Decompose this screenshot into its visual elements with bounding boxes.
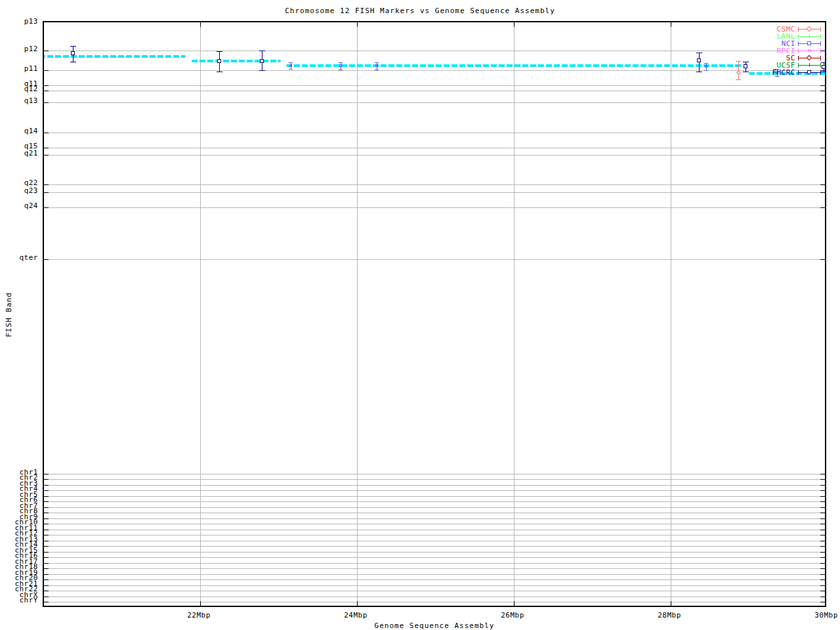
right-tick-q11 — [820, 85, 825, 86]
right-tick-chr19 — [820, 574, 825, 575]
y-tick-label-p12: p12 — [0, 46, 38, 52]
gridline-chr12 — [44, 535, 825, 536]
gridline-q14 — [44, 133, 825, 133]
right-tick-q15 — [820, 148, 825, 148]
top-tick-28Mbp — [671, 22, 671, 27]
gridline-chr17 — [44, 563, 825, 564]
right-tick-chr15 — [820, 552, 825, 553]
left-tick-chr16 — [44, 557, 49, 558]
gridline-p12 — [44, 51, 825, 51]
left-tick-chr9 — [44, 518, 49, 519]
bottom-tick-22Mbp — [200, 601, 201, 606]
legend-lanl-marker-h — [807, 36, 811, 37]
gridline-chr4 — [44, 490, 825, 491]
right-tick-chr12 — [820, 535, 825, 536]
left-tick-chr10 — [44, 524, 49, 524]
point-fhcrc-0-cap-top — [70, 46, 76, 47]
point-fhcrc-5-cap-top — [821, 62, 826, 63]
gridline-chr9 — [44, 518, 825, 519]
fish-band-segment-p12 — [43, 55, 186, 58]
x-tick-label-24Mbp: 24Mbp — [329, 611, 382, 620]
gridline-chrX — [44, 597, 825, 597]
bottom-tick-28Mbp — [671, 601, 671, 606]
left-tick-q15 — [44, 148, 49, 148]
left-tick-chr6 — [44, 501, 49, 502]
right-tick-chr11 — [820, 530, 825, 530]
left-tick-qter — [44, 259, 49, 260]
left-tick-chr22 — [44, 591, 49, 591]
right-tick-chrX — [820, 597, 825, 597]
point-fhcrc-1-cap-bot — [217, 72, 222, 72]
point-fhcrc-3-marker — [697, 58, 701, 62]
point-fhcrc-2-marker — [260, 59, 264, 63]
right-tick-q21 — [820, 155, 825, 156]
gridline-chr20 — [44, 579, 825, 580]
gridline-q21 — [44, 155, 825, 156]
point-nci-2-cap-top — [375, 62, 379, 63]
right-tick-chr6 — [820, 501, 825, 502]
y-tick-label-q12: q12 — [0, 86, 38, 93]
right-tick-chr8 — [820, 513, 825, 513]
gridline-chr7 — [44, 507, 825, 508]
point-fhcrc-5-cap-bot — [821, 72, 826, 72]
gridline-chr6 — [44, 501, 825, 502]
right-tick-q14 — [820, 133, 825, 133]
right-tick-q22 — [820, 184, 825, 185]
left-tick-chr20 — [44, 579, 49, 580]
right-tick-chr20 — [820, 579, 825, 580]
left-tick-chrX — [44, 597, 49, 597]
left-tick-chr14 — [44, 546, 49, 547]
legend-ucsf-cap-r — [820, 63, 821, 68]
y-tick-label-p13: p13 — [0, 18, 38, 25]
gridline-q12 — [44, 91, 825, 91]
top-tick-22Mbp — [200, 22, 201, 27]
top-tick-26Mbp — [514, 22, 514, 27]
point-nci-1-marker — [339, 64, 342, 67]
legend-rpci-cap-r — [820, 49, 821, 53]
y-tick-label-q24: q24 — [0, 203, 38, 209]
right-tick-chr4 — [820, 490, 825, 491]
x-tick-label-28Mbp: 28Mbp — [643, 611, 696, 620]
legend-nci-cap-l — [798, 41, 799, 46]
right-tick-qter — [820, 259, 825, 260]
right-tick-chr9 — [820, 518, 825, 519]
right-tick-q23 — [820, 192, 825, 193]
gridline-q11 — [44, 85, 825, 86]
left-tick-q11 — [44, 85, 49, 86]
gridline-q15 — [44, 148, 825, 148]
y-tick-label-q23: q23 — [0, 188, 38, 194]
gridline-chr3 — [44, 485, 825, 486]
legend-sc-cap-l — [798, 56, 799, 60]
right-tick-q13 — [820, 102, 825, 103]
right-tick-p12 — [820, 51, 825, 51]
point-nci-0-cap-top — [289, 62, 293, 63]
legend-rpci-cap-l — [798, 49, 799, 53]
left-tick-chrY — [44, 602, 49, 602]
legend-lanl-cap-l — [798, 34, 799, 39]
point-nci-2-cap-bot — [375, 70, 379, 70]
left-tick-chr19 — [44, 574, 49, 575]
gridline-chr1 — [44, 474, 825, 474]
top-tick-24Mbp — [357, 22, 358, 27]
point-csmc-0-cap-top — [736, 61, 741, 62]
right-tick-chr13 — [820, 541, 825, 541]
point-nci-0-marker — [289, 64, 292, 67]
legend-nci-cap-r — [820, 41, 821, 46]
point-fhcrc-2-cap-bot — [259, 70, 265, 71]
gridline-q22 — [44, 184, 825, 185]
right-tick-chr3 — [820, 485, 825, 486]
left-tick-chr2 — [44, 479, 49, 480]
legend-fhcrc-cap-r — [820, 70, 821, 75]
point-fhcrc-3-cap-top — [696, 52, 702, 53]
point-nci-1-cap-bot — [339, 70, 343, 70]
y-tick-label-chrY: chrY — [0, 597, 38, 604]
right-tick-chr18 — [820, 568, 825, 569]
left-tick-chr12 — [44, 535, 49, 536]
chart-title: Chromosome 12 FISH Markers vs Genome Seq… — [0, 7, 840, 15]
gridline-chr18 — [44, 568, 825, 569]
point-fhcrc-0-marker — [71, 51, 75, 55]
left-tick-chr21 — [44, 585, 49, 586]
point-nci-3-cap-bot — [704, 70, 708, 71]
left-tick-chr7 — [44, 507, 49, 508]
legend-csmc-cap-l — [798, 27, 799, 32]
